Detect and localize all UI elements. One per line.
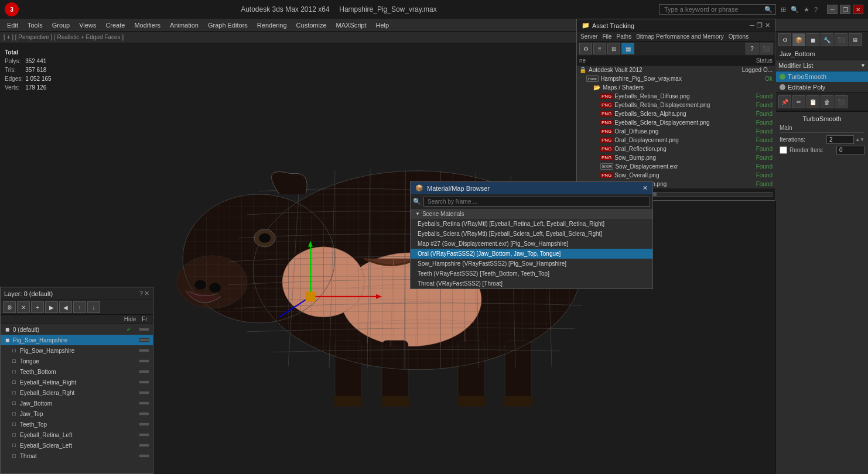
layer-item[interactable]: □ Teeth_Top xyxy=(1,419,153,430)
layer-item[interactable]: □ Teeth_Bottom xyxy=(1,366,153,377)
iterations-input[interactable] xyxy=(826,135,854,144)
asset-menu-paths[interactable]: Paths xyxy=(617,33,632,40)
minimize-button[interactable]: ─ xyxy=(827,5,838,14)
iterations-spinner-down[interactable]: ▼ xyxy=(860,137,864,142)
mod-edit-icon[interactable]: ✏ xyxy=(792,95,805,108)
layer-icon: □ xyxy=(10,431,18,439)
layer-tool-3[interactable]: ◀ xyxy=(59,301,72,313)
search-input[interactable] xyxy=(659,4,776,15)
rp-icon-4[interactable]: 🔧 xyxy=(821,33,833,46)
asset-item[interactable]: PNG Oral_Reflection.png Found xyxy=(577,145,775,153)
asset-item[interactable]: PNG Eyeballs_Sclera_Displaycement.png Fo… xyxy=(577,118,775,127)
asset-item[interactable]: PNG Oral_Diffuse.png Found xyxy=(577,127,775,136)
rp-icon-3[interactable]: ◼ xyxy=(807,33,819,46)
menu-views[interactable]: Views xyxy=(74,20,101,30)
search-icon: 🔍 xyxy=(764,6,773,13)
mat-browser-item[interactable]: Throat (VRayFastSSS2) [Throat] xyxy=(411,279,652,288)
asset-item[interactable]: PNG Sow_Bump.png Found xyxy=(577,153,775,162)
asset-close-btn[interactable]: ✕ xyxy=(765,22,770,29)
layer-item[interactable]: □ Pig_Sow_Hampshire xyxy=(1,345,153,356)
mod-delete-icon[interactable]: 🗑 xyxy=(821,95,833,108)
layer-item[interactable]: □ Throat xyxy=(1,451,153,461)
asset-item[interactable]: PNG Eyeballs_Retina_Diffuse.png Found xyxy=(577,92,775,101)
layer-item[interactable]: □ Eyeball_Sclera_Rght xyxy=(1,387,153,398)
mat-browser-item[interactable]: Teeth (VRayFastSSS2) [Teeth_Bottom, Teet… xyxy=(411,269,652,279)
layer-tool-4[interactable]: ↑ xyxy=(73,301,86,313)
asset-restore-btn[interactable]: ❐ xyxy=(757,22,763,29)
iterations-spinner-up[interactable]: ▲ xyxy=(855,137,860,142)
modifier-list-dropdown[interactable]: ▼ xyxy=(860,63,866,68)
asset-tool-3[interactable]: ⊞ xyxy=(607,43,620,54)
asset-item[interactable]: EXR Sow_Displaycement.exr Found xyxy=(577,162,775,171)
layer-item[interactable]: □ Jaw_Bottom xyxy=(1,398,153,408)
layer-item[interactable]: □ Tongue xyxy=(1,356,153,366)
mat-browser-close-icon[interactable]: ✕ xyxy=(643,184,648,192)
menu-help[interactable]: Help xyxy=(371,20,394,30)
rp-icon-5[interactable]: ⬛ xyxy=(835,33,848,46)
asset-item[interactable]: max Hampshire_Pig_Sow_vray.max Ok xyxy=(577,74,775,83)
mat-browser-item[interactable]: Sow_Hampshire (VRayFastSSS2) [Pig_Sow_Ha… xyxy=(411,259,652,269)
layer-item[interactable]: ◼ 0 (default) ✓ xyxy=(1,324,153,335)
restore-button[interactable]: ❐ xyxy=(840,5,850,14)
asset-menu-options[interactable]: Options xyxy=(729,33,749,40)
menu-create[interactable]: Create xyxy=(101,20,129,30)
mat-browser-item[interactable]: Oral (VRayFastSSS2) [Jaw_Bottom, Jaw_Top… xyxy=(411,249,652,259)
asset-item[interactable]: PNG Sow_Overall.png Found xyxy=(577,171,775,180)
menu-modifiers[interactable]: Modifiers xyxy=(129,20,165,30)
asset-menu-bitmap[interactable]: Bitmap Performance and Memory xyxy=(636,33,724,40)
layer-item[interactable]: □ Eyeball_Retina_Right xyxy=(1,377,153,387)
layer-item[interactable]: □ Jaw_Top xyxy=(1,408,153,419)
render-iters-checkbox[interactable] xyxy=(780,146,787,154)
mat-search-input[interactable] xyxy=(423,197,650,207)
mod-copy-icon[interactable]: 📋 xyxy=(807,95,819,108)
asset-menu-file[interactable]: File xyxy=(602,33,611,40)
mat-browser-item[interactable]: Map #27 (Sow_Displaycement.exr) [Pig_Sow… xyxy=(411,239,652,249)
scene-materials-header[interactable]: ▼ Scene Materials xyxy=(411,209,652,219)
layer-add-btn[interactable]: + xyxy=(31,301,44,313)
asset-item[interactable]: 🔒 Autodesk Vault 2012 Logged O... xyxy=(577,66,775,74)
asset-columns: ne Status xyxy=(577,56,775,66)
rp-icon-2[interactable]: 📦 xyxy=(792,33,805,46)
asset-tool-2[interactable]: ≡ xyxy=(593,43,606,54)
layer-name: Teeth_Bottom xyxy=(20,369,120,375)
asset-tool-expand[interactable]: ⬛ xyxy=(760,43,773,54)
layer-item[interactable]: ◼ Pig_Sow_Hampshire xyxy=(1,335,153,345)
layer-item[interactable]: □ Eyeball_Retina_Left xyxy=(1,430,153,440)
layer-tool-5[interactable]: ↓ xyxy=(87,301,100,313)
asset-menubar: Server File Paths Bitmap Performance and… xyxy=(577,32,775,42)
rp-icon-1[interactable]: ⚙ xyxy=(778,33,791,46)
render-iters-input[interactable] xyxy=(836,146,864,154)
menu-customize[interactable]: Customize xyxy=(292,20,332,30)
asset-menu-server[interactable]: Server xyxy=(580,33,597,40)
rp-icon-6[interactable]: 🖥 xyxy=(849,33,862,46)
menu-tools[interactable]: Tools xyxy=(23,20,47,30)
mod-more-icon[interactable]: ⬛ xyxy=(835,95,848,108)
close-button[interactable]: ✕ xyxy=(853,5,863,14)
layer-help-icon[interactable]: ? xyxy=(139,290,143,297)
modifier-editable-poly[interactable]: Editable Poly xyxy=(776,82,868,92)
asset-item[interactable]: PNG Oral_Displaycement.png Found xyxy=(577,136,775,145)
asset-minimize-btn[interactable]: ─ xyxy=(750,22,754,29)
menu-group[interactable]: Group xyxy=(47,20,75,30)
layer-delete-btn[interactable]: ✕ xyxy=(17,301,30,313)
asset-tool-help[interactable]: ? xyxy=(746,43,758,54)
layer-bar xyxy=(139,401,149,405)
menu-rendering[interactable]: Rendering xyxy=(252,20,292,30)
asset-tool-4[interactable]: ▦ xyxy=(621,43,634,54)
menu-animation[interactable]: Animation xyxy=(165,20,203,30)
menu-edit[interactable]: Edit xyxy=(2,20,23,30)
menu-graph-editors[interactable]: Graph Editors xyxy=(203,20,252,30)
asset-item[interactable]: PNG Eyeballs_Retina_Displaycement.png Fo… xyxy=(577,101,775,109)
mat-browser-item[interactable]: Eyeballs_Retina (VRayMtl) [Eyeball_Retin… xyxy=(411,219,652,229)
asset-tool-1[interactable]: ⚙ xyxy=(579,43,592,54)
layer-close-icon[interactable]: ✕ xyxy=(144,290,149,297)
asset-item[interactable]: 📂 Maps / Shaders xyxy=(577,83,775,92)
layer-tool-1[interactable]: ⚙ xyxy=(3,301,16,313)
layer-item[interactable]: □ Eyeball_Sclera_Left xyxy=(1,440,153,451)
mod-pin-icon[interactable]: 📌 xyxy=(778,95,791,108)
menu-maxscript[interactable]: MAXScript xyxy=(332,20,371,30)
layer-tool-2[interactable]: ▶ xyxy=(45,301,58,313)
mat-browser-item[interactable]: Eyeballs_Sclera (VRayMtl) [Eyeball_Scler… xyxy=(411,229,652,239)
asset-item[interactable]: PNG Eyeballs_Sclera_Alpha.png Found xyxy=(577,109,775,118)
modifier-turbosmooth[interactable]: TurboSmooth xyxy=(776,71,868,82)
